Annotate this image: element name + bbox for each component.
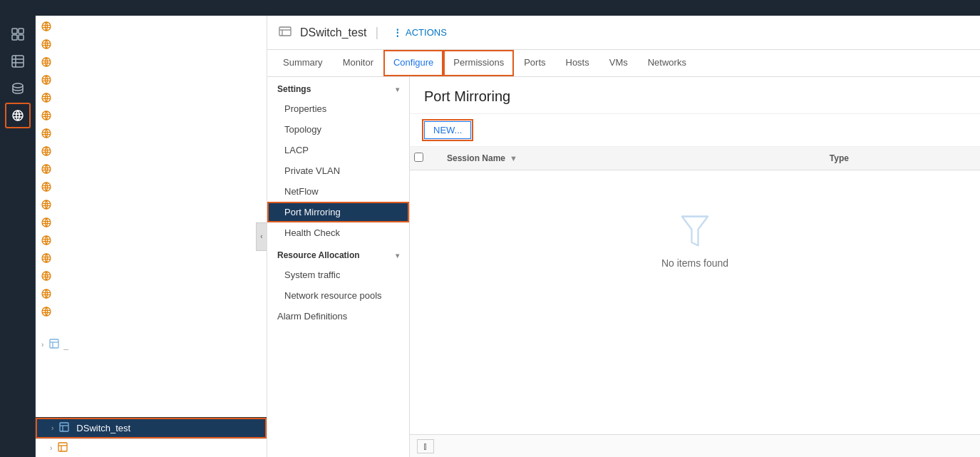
nav-section-settings-header[interactable]: Settings ▾	[267, 77, 409, 98]
svg-point-48	[42, 236, 51, 245]
bottom-icon	[58, 442, 68, 454]
left-nav: Settings ▾ Properties Topology LACP Priv…	[267, 77, 410, 457]
tab-hosts[interactable]: Hosts	[556, 50, 599, 76]
tab-vms[interactable]: VMs	[599, 50, 638, 76]
sidebar-icon-network[interactable]	[5, 103, 31, 128]
svg-point-42	[42, 200, 51, 209]
nav-section-resource-header[interactable]: Resource Allocation ▾	[267, 243, 409, 265]
tree-item[interactable]	[36, 268, 267, 286]
sidebar-icon-1[interactable]	[5, 21, 31, 47]
expand-icon: ›	[51, 424, 53, 432]
nav-item-private-vlan[interactable]: Private VLAN	[267, 160, 409, 181]
tree-item[interactable]	[36, 286, 267, 304]
col-session-name: Session Name ▼	[438, 147, 821, 170]
filter-icon[interactable]: ▼	[510, 154, 517, 163]
tree-item-icon	[41, 235, 51, 247]
nav-section-settings: Settings ▾ Properties Topology LACP Priv…	[267, 77, 409, 243]
tab-networks[interactable]: Networks	[638, 50, 696, 76]
tab-ports[interactable]: Ports	[514, 50, 555, 76]
svg-point-15	[42, 40, 51, 48]
expand-icon: ›	[41, 341, 43, 349]
tree-item-expand-1[interactable]: › _	[36, 336, 267, 354]
tree-items: › _	[36, 16, 267, 417]
svg-point-12	[42, 22, 51, 31]
svg-rect-2	[12, 35, 17, 40]
tree-item[interactable]	[36, 161, 267, 179]
svg-point-21	[42, 76, 51, 84]
table-wrapper: Session Name ▼ Type	[410, 147, 980, 434]
nav-item-netflow[interactable]: NetFlow	[267, 181, 409, 202]
dswitch-selected-icon	[59, 422, 69, 434]
tree-item-icon	[41, 39, 51, 51]
tree-item-icon	[41, 57, 51, 69]
new-button[interactable]: NEW...	[424, 121, 471, 139]
nav-section-resource: Resource Allocation ▾ System traffic Net…	[267, 243, 409, 306]
svg-rect-4	[12, 56, 24, 67]
tree-item[interactable]	[36, 250, 267, 268]
tab-monitor[interactable]: Monitor	[333, 50, 383, 76]
tree-item-icon	[41, 217, 51, 230]
sidebar-icon-2[interactable]	[5, 48, 31, 74]
nav-item-system-traffic[interactable]: System traffic	[267, 265, 409, 285]
tree-item-icon	[41, 75, 51, 87]
tree-item[interactable]	[36, 304, 267, 322]
nav-item-topology[interactable]: Topology	[267, 119, 409, 140]
tree-item[interactable]	[36, 108, 267, 125]
tree-item[interactable]	[36, 215, 267, 232]
tree-item[interactable]	[36, 197, 267, 215]
svg-rect-0	[12, 29, 17, 34]
nav-item-health-check[interactable]: Health Check	[267, 222, 409, 243]
switch-header-icon	[279, 26, 292, 38]
tree-item[interactable]	[36, 19, 267, 36]
icon-sidebar	[0, 16, 36, 457]
tree-item[interactable]	[36, 125, 267, 143]
columns-icon: ⫿	[423, 441, 428, 451]
tree-item[interactable]	[36, 143, 267, 161]
tree-item-icon	[41, 200, 51, 212]
tree-item[interactable]	[36, 232, 267, 250]
tree-item-icon	[41, 289, 51, 301]
sidebar-icon-3[interactable]	[5, 76, 31, 101]
tab-summary[interactable]: Summary	[273, 50, 333, 76]
nav-item-network-resource-pools[interactable]: Network resource pools	[267, 285, 409, 306]
tree-item-icon	[41, 253, 51, 265]
columns-button[interactable]: ⫿	[417, 439, 434, 453]
tree-item-icon	[41, 271, 51, 283]
nav-item-lacp[interactable]: LACP	[267, 140, 409, 160]
nav-item-port-mirroring[interactable]: Port Mirroring	[267, 202, 409, 222]
tree-collapse-button[interactable]: ‹	[256, 222, 267, 251]
svg-point-8	[13, 83, 23, 88]
empty-funnel-icon	[677, 213, 713, 249]
svg-point-30	[42, 129, 51, 138]
tree-item-bottom[interactable]: ›	[36, 438, 267, 457]
top-bar	[0, 0, 980, 16]
tree-item[interactable]	[36, 72, 267, 90]
tree-item[interactable]	[36, 90, 267, 108]
empty-message: No items found	[661, 257, 728, 269]
svg-point-39	[42, 183, 51, 191]
tree-item[interactable]	[36, 36, 267, 54]
below-tabs-layout: Settings ▾ Properties Topology LACP Priv…	[267, 77, 980, 457]
tree-item-icon	[41, 111, 51, 123]
svg-marker-75	[682, 217, 708, 246]
tree-item-icon	[41, 21, 51, 34]
table-checkbox-all[interactable]	[414, 153, 423, 162]
tree-item[interactable]	[36, 179, 267, 197]
session-name-label: Session Name	[447, 153, 505, 163]
svg-point-60	[42, 307, 51, 316]
right-content: Port Mirroring NEW...	[410, 77, 980, 457]
svg-point-45	[42, 218, 51, 227]
nav-item-alarm-definitions[interactable]: Alarm Definitions	[267, 306, 409, 327]
tree-item-dswitch-selected[interactable]: › DSwitch_test	[36, 418, 267, 438]
tree-item[interactable]	[36, 54, 267, 72]
chevron-down-icon: ▾	[396, 86, 399, 93]
header-separator: |	[375, 25, 378, 40]
actions-button[interactable]: ⋮ ACTIONS	[387, 24, 453, 41]
nav-item-properties[interactable]: Properties	[267, 98, 409, 119]
svg-point-33	[42, 147, 51, 155]
tab-permissions[interactable]: Permissions	[443, 50, 514, 76]
tree-item-icon	[41, 146, 51, 158]
tab-configure[interactable]: Configure	[383, 50, 443, 76]
svg-point-36	[42, 165, 51, 173]
dswitch-selected-label: DSwitch_test	[76, 423, 130, 433]
